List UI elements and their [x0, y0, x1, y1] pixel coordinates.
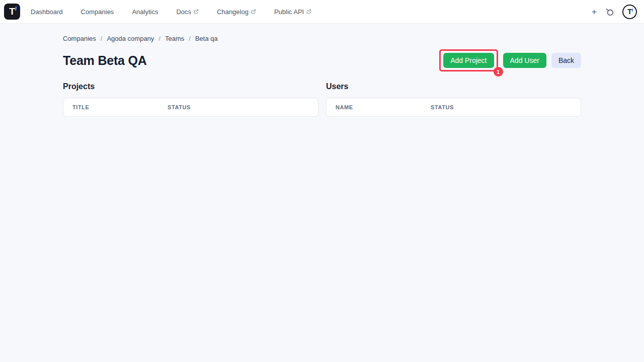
main-nav: Dashboard Companies Analytics Docs Chang…	[31, 8, 311, 16]
add-project-button[interactable]: Add Project	[443, 53, 494, 68]
nav-item-docs[interactable]: Docs	[176, 8, 199, 16]
brand-logo-letter: T	[9, 6, 15, 17]
top-navigation-bar: T Dashboard Companies Analytics Docs Cha…	[0, 0, 644, 24]
topbar-right-controls: + T	[592, 5, 637, 19]
external-link-icon	[251, 9, 256, 14]
projects-column-title: TITLE	[63, 104, 168, 110]
users-column-status: STATUS	[431, 104, 581, 110]
nav-item-analytics[interactable]: Analytics	[132, 8, 158, 16]
projects-section: Projects TITLE STATUS	[63, 82, 318, 117]
nav-item-changelog[interactable]: Changelog	[217, 8, 256, 16]
page-content: Companies / Agoda company / Teams / Beta…	[63, 24, 581, 117]
breadcrumb-teams[interactable]: Teams	[165, 35, 184, 42]
nav-item-label: Companies	[81, 8, 114, 16]
nav-item-label: Public API	[274, 8, 304, 16]
annotation-step-badge: 1	[494, 67, 503, 77]
nav-item-dashboard[interactable]: Dashboard	[31, 8, 63, 16]
users-heading: Users	[326, 82, 581, 91]
external-link-icon	[306, 9, 311, 14]
brand-logo-accent	[15, 7, 17, 11]
breadcrumb-beta-qa[interactable]: Beta qa	[195, 35, 218, 42]
breadcrumb-companies[interactable]: Companies	[63, 35, 96, 42]
search-icon[interactable]	[605, 8, 614, 16]
sections-grid: Projects TITLE STATUS Users NAME STATUS	[63, 82, 581, 117]
annotation-highlight-box: Add Project 1	[439, 49, 498, 71]
breadcrumb-separator: /	[189, 35, 191, 42]
users-column-name: NAME	[327, 104, 431, 110]
breadcrumb-agoda-company[interactable]: Agoda company	[107, 35, 154, 42]
page-title: Team Beta QA	[63, 53, 147, 68]
users-section: Users NAME STATUS	[326, 82, 581, 117]
avatar-letter: T	[627, 8, 632, 16]
add-user-button[interactable]: Add User	[503, 53, 546, 68]
projects-table: TITLE STATUS	[63, 98, 318, 117]
nav-item-public-api[interactable]: Public API	[274, 8, 311, 16]
breadcrumb: Companies / Agoda company / Teams / Beta…	[63, 35, 581, 42]
plus-icon[interactable]: +	[592, 8, 597, 16]
brand-logo[interactable]: T	[4, 4, 20, 20]
title-row: Team Beta QA Add Project 1 Add User Back	[63, 49, 581, 71]
user-avatar[interactable]: T	[622, 5, 637, 19]
projects-column-status: STATUS	[168, 104, 318, 110]
back-button[interactable]: Back	[551, 53, 581, 68]
breadcrumb-separator: /	[101, 35, 103, 42]
external-link-icon	[194, 9, 199, 14]
projects-heading: Projects	[63, 82, 318, 91]
nav-item-label: Docs	[176, 8, 191, 16]
avatar-accent	[632, 9, 633, 12]
nav-item-companies[interactable]: Companies	[81, 8, 114, 16]
action-buttons: Add Project 1 Add User Back	[439, 49, 581, 71]
nav-item-label: Changelog	[217, 8, 249, 16]
users-table: NAME STATUS	[326, 98, 581, 117]
nav-item-label: Dashboard	[31, 8, 63, 16]
breadcrumb-separator: /	[158, 35, 160, 42]
nav-item-label: Analytics	[132, 8, 158, 16]
